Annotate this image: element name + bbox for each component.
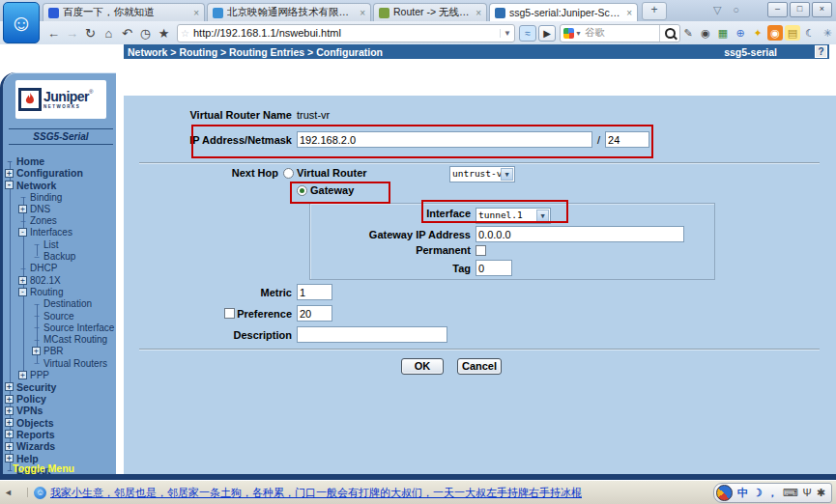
ime-keyboard-icon[interactable]: ⌨ bbox=[783, 484, 798, 502]
interface-select[interactable]: tunnel.1 ▼ bbox=[476, 208, 551, 224]
ip-address-input[interactable] bbox=[297, 131, 592, 148]
virtual-router-select[interactable]: untrust-vr ▼ bbox=[449, 166, 515, 182]
description-input[interactable] bbox=[297, 326, 447, 343]
ime-language-icon[interactable]: 中 bbox=[737, 484, 748, 502]
sidebar-item-backup[interactable]: –Backup bbox=[3, 250, 116, 262]
search-engine-dropdown-icon[interactable]: ▼ bbox=[575, 30, 582, 37]
expander-icon[interactable]: + bbox=[18, 205, 27, 213]
bookmark-icon[interactable]: ★ bbox=[155, 26, 173, 41]
expander-icon[interactable]: + bbox=[5, 382, 14, 391]
expander-icon[interactable]: - bbox=[5, 181, 14, 189]
search-go-button[interactable] bbox=[659, 25, 679, 42]
netmask-input[interactable] bbox=[605, 131, 649, 148]
expander-icon[interactable]: + bbox=[18, 371, 27, 379]
address-bar[interactable]: ☆ http://192.168.1.1/nswebui.html ▼ bbox=[177, 24, 515, 42]
bookmark-star-icon[interactable]: ☆ bbox=[181, 28, 189, 39]
expander-icon[interactable]: - bbox=[18, 228, 27, 237]
home-icon[interactable]: ⌂ bbox=[100, 26, 118, 41]
sidebar-item-configuration[interactable]: +Configuration bbox=[3, 167, 116, 179]
close-button[interactable]: × bbox=[812, 2, 832, 17]
sidebar-item-list[interactable]: –List bbox=[3, 238, 116, 250]
night-mode-icon[interactable]: ☾ bbox=[802, 25, 818, 41]
sidebar-item-routing[interactable]: -Routing bbox=[3, 286, 116, 297]
expander-icon[interactable]: + bbox=[5, 418, 14, 427]
search-box[interactable]: ▼ 谷歌 bbox=[560, 24, 680, 42]
reload-icon[interactable]: ↻ bbox=[81, 26, 100, 41]
ime-settings-icon[interactable]: ✱ bbox=[817, 484, 825, 502]
sidebar-item-wizards[interactable]: +Wizards bbox=[3, 440, 116, 452]
search-engine-icon[interactable] bbox=[563, 28, 574, 39]
maximize-button[interactable]: □ bbox=[790, 2, 810, 17]
sidebar-item-dns[interactable]: +DNS bbox=[3, 203, 116, 214]
tab-close-icon[interactable]: × bbox=[193, 8, 199, 18]
paint-icon[interactable]: ✦ bbox=[750, 25, 765, 41]
theme-icon[interactable]: ○ bbox=[733, 4, 739, 16]
sidebar-item-security[interactable]: +Security bbox=[3, 381, 116, 393]
sidebar-item-mcast-routing[interactable]: –MCast Routing bbox=[3, 333, 116, 345]
ime-logo-icon[interactable] bbox=[716, 485, 733, 501]
toggle-menu-link[interactable]: Toggle Menu bbox=[13, 462, 74, 474]
history-icon[interactable]: ◷ bbox=[136, 26, 155, 41]
sidebar-item-binding[interactable]: –Binding bbox=[3, 191, 116, 203]
expander-icon[interactable]: + bbox=[5, 454, 14, 462]
tab-ssg5-serial-juniper-scre[interactable]: ssg5-serial:Juniper-ScreenOS...× bbox=[489, 3, 638, 21]
expander-icon[interactable]: + bbox=[18, 276, 27, 285]
notifications-icon[interactable]: ▽ bbox=[713, 4, 721, 16]
sidebar-item-source[interactable]: –Source bbox=[3, 310, 116, 322]
sidebar-item-virtual-routers[interactable]: –Virtual Routers bbox=[3, 357, 116, 369]
screenshot-icon[interactable]: ◉ bbox=[698, 25, 713, 41]
permanent-checkbox[interactable] bbox=[476, 245, 486, 256]
gallery-icon[interactable]: ▦ bbox=[715, 25, 731, 41]
ok-button[interactable]: OK bbox=[401, 358, 444, 375]
tab-close-icon[interactable]: × bbox=[360, 8, 365, 18]
expander-icon[interactable]: + bbox=[5, 406, 14, 415]
url-dropdown-icon[interactable]: ▼ bbox=[500, 29, 511, 38]
chevron-down-icon[interactable]: ▼ bbox=[536, 210, 549, 222]
browser-menu-button[interactable]: ☺ bbox=[3, 2, 40, 43]
search-input[interactable]: 谷歌 bbox=[585, 26, 659, 40]
forward-icon[interactable]: → bbox=[63, 26, 81, 41]
tab-[interactable]: 百度一下，你就知道× bbox=[43, 3, 205, 21]
preference-input[interactable] bbox=[297, 305, 332, 322]
sidebar-item-802-1x[interactable]: +802.1X bbox=[3, 274, 116, 286]
sidebar-item-zones[interactable]: –Zones bbox=[3, 214, 116, 226]
sidebar-item-pbr[interactable]: +PBR bbox=[3, 346, 116, 357]
notes-icon[interactable]: ▤ bbox=[785, 25, 800, 41]
sidebar-item-reports[interactable]: +Reports bbox=[3, 429, 116, 440]
help-button[interactable]: ? bbox=[815, 45, 827, 58]
addon-flower-icon[interactable]: ✳ bbox=[820, 25, 835, 41]
expander-icon[interactable]: + bbox=[5, 169, 14, 178]
gateway-radio[interactable] bbox=[297, 185, 307, 196]
ime-mic-icon[interactable]: Ψ bbox=[803, 484, 812, 502]
preference-checkbox[interactable] bbox=[224, 308, 235, 319]
status-message-link[interactable]: 我家小生意，邻居也是，邻居家一条土狗，各种累，门口一般会有打牌的大叔们，一天一大… bbox=[50, 486, 582, 500]
sidebar-item-interfaces[interactable]: -Interfaces bbox=[3, 227, 116, 238]
expander-icon[interactable]: + bbox=[32, 347, 41, 355]
back-icon[interactable]: ← bbox=[44, 26, 63, 41]
play-icon[interactable]: ▶ bbox=[538, 25, 556, 42]
virtual-router-radio[interactable] bbox=[283, 168, 294, 179]
expander-icon[interactable]: + bbox=[5, 430, 14, 438]
gateway-ip-input[interactable] bbox=[476, 226, 684, 242]
url-text[interactable]: http://192.168.1.1/nswebui.html bbox=[193, 27, 500, 39]
undo-icon[interactable]: ↶ bbox=[118, 26, 136, 41]
tab-router[interactable]: Router -> 无线路由器× bbox=[373, 3, 487, 21]
speed-dial-icon[interactable]: ≈ bbox=[519, 25, 536, 42]
new-tab-button[interactable]: + bbox=[642, 2, 667, 20]
photo-zoom-icon[interactable]: ⊕ bbox=[733, 25, 748, 41]
tag-input[interactable] bbox=[476, 260, 512, 276]
sidebar-dock-icon[interactable]: ◄ bbox=[4, 488, 28, 497]
sidebar-item-ppp[interactable]: +PPP bbox=[3, 369, 116, 380]
sidebar-item-policy[interactable]: +Policy bbox=[3, 393, 116, 405]
edit-icon[interactable]: ✎ bbox=[680, 25, 696, 41]
sidebar-item-source-interface[interactable]: –Source Interface bbox=[3, 322, 116, 333]
metric-input[interactable] bbox=[297, 284, 332, 300]
expander-icon[interactable]: + bbox=[5, 442, 14, 451]
rss-icon[interactable]: ◉ bbox=[767, 25, 783, 41]
sidebar-item-objects[interactable]: +Objects bbox=[3, 417, 116, 429]
sidebar-item-vpns[interactable]: +VPNs bbox=[3, 405, 116, 416]
ime-fullwidth-moon-icon[interactable]: ☽ bbox=[753, 484, 763, 502]
tab-close-icon[interactable]: × bbox=[626, 8, 632, 18]
chevron-down-icon[interactable]: ▼ bbox=[501, 168, 513, 181]
expander-icon[interactable]: + bbox=[5, 395, 14, 404]
